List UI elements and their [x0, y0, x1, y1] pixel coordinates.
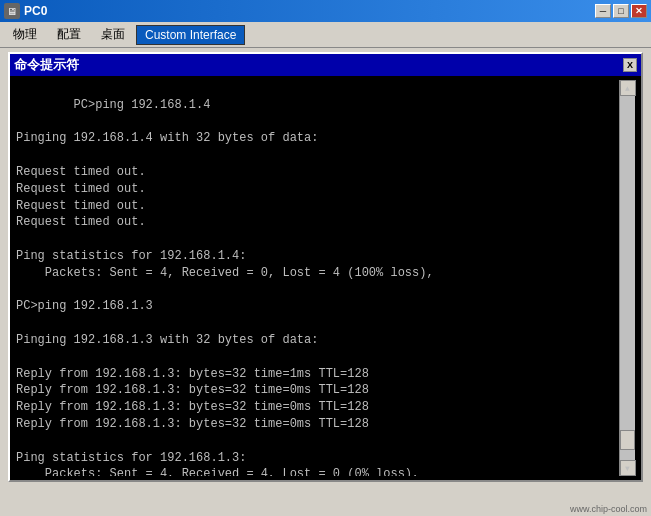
menu-item-desktop[interactable]: 桌面	[92, 23, 134, 46]
title-bar-left: 🖥 PC0	[4, 3, 47, 19]
cmd-window: 命令提示符 X PC>ping 192.168.1.4 Pinging 192.…	[8, 52, 643, 482]
window-icon: 🖥	[4, 3, 20, 19]
watermark: www.chip-cool.com	[570, 504, 647, 514]
close-button[interactable]: ✕	[631, 4, 647, 18]
menu-item-custom[interactable]: Custom Interface	[136, 25, 245, 45]
title-buttons: ─ □ ✕	[595, 4, 647, 18]
terminal-text: PC>ping 192.168.1.4 Pinging 192.168.1.4 …	[16, 80, 619, 476]
terminal-content: PC>ping 192.168.1.4 Pinging 192.168.1.4 …	[16, 98, 434, 476]
cmd-title-text: 命令提示符	[14, 56, 79, 74]
minimize-button[interactable]: ─	[595, 4, 611, 18]
scroll-down-button[interactable]: ▼	[620, 460, 636, 476]
terminal-scrollbar[interactable]: ▲ ▼	[619, 80, 635, 476]
scroll-thumb[interactable]	[620, 430, 635, 450]
title-bar: 🖥 PC0 ─ □ ✕	[0, 0, 651, 22]
menu-item-physics[interactable]: 物理	[4, 23, 46, 46]
menu-bar: 物理 配置 桌面 Custom Interface	[0, 22, 651, 48]
window-title: PC0	[24, 4, 47, 18]
scroll-track[interactable]	[620, 96, 635, 460]
scroll-up-button[interactable]: ▲	[620, 80, 636, 96]
cmd-title-bar: 命令提示符 X	[10, 54, 641, 76]
menu-item-config[interactable]: 配置	[48, 23, 90, 46]
restore-button[interactable]: □	[613, 4, 629, 18]
terminal[interactable]: PC>ping 192.168.1.4 Pinging 192.168.1.4 …	[10, 76, 641, 480]
main-content: 命令提示符 X PC>ping 192.168.1.4 Pinging 192.…	[0, 48, 651, 486]
cmd-close-button[interactable]: X	[623, 58, 637, 72]
